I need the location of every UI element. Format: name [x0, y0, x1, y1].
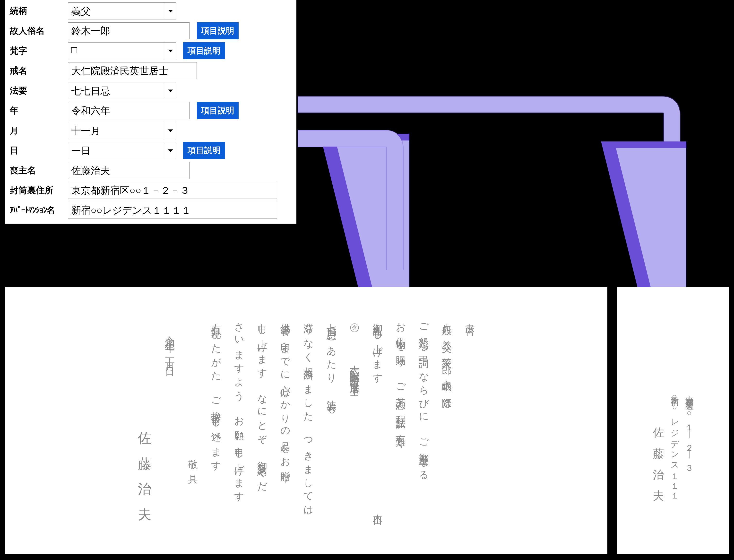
preview-letter: 肅啓 先般 義父 鈴木一郎 永眠の際は ご懇篤な弔詞 ならびに ご鄭重なる お供… — [5, 287, 607, 554]
select-bonji[interactable]: □ — [68, 42, 176, 59]
input-apartment[interactable] — [68, 202, 277, 219]
letter-line-5b: 本日 — [372, 507, 383, 511]
label-year: 年 — [10, 105, 68, 117]
preview-envelope: 東京都新宿区○○１│２│３ 新宿○○レジデンス１１１ 佐 藤 治 夫 — [617, 287, 729, 554]
chevron-down-icon — [165, 82, 176, 99]
select-month[interactable]: 十一月 — [68, 122, 176, 139]
letter-line-5: 御礼申し上げます本日 — [372, 316, 382, 539]
help-button-bonji[interactable]: 項目説明 — [183, 42, 225, 59]
label-month: 月 — [10, 125, 68, 137]
help-button-day[interactable]: 項目説明 — [183, 142, 225, 159]
select-houyou[interactable]: 七七日忌 — [68, 82, 176, 99]
letter-line-11: さいますよう お願い申し上げます — [234, 316, 244, 539]
chevron-down-icon — [165, 122, 176, 139]
row-bonji: 梵字 □ 項目説明 — [10, 42, 292, 59]
label-bonji: 梵字 — [10, 45, 68, 57]
row-address: 封筒裏住所 — [10, 182, 292, 199]
name-text: 佐 藤 治 夫 — [137, 421, 152, 502]
select-bonji-value: □ — [68, 42, 165, 59]
envelope-name: 佐 藤 治 夫 — [653, 389, 664, 544]
letter-kaimyo: 大仁院殿済民英世居士 — [349, 358, 360, 382]
envelope-address-1: 東京都新宿区○○１│２│３ — [685, 389, 693, 544]
select-day-value: 一日 — [68, 142, 165, 159]
row-houyou: 法要 七七日忌 — [10, 82, 292, 99]
letter-line-5a: 御礼申し上げます — [372, 316, 383, 380]
label-apartment: ｱﾊﾟｰﾄﾏﾝｼｮﾝ名 — [10, 205, 68, 216]
envelope-address-2: 新宿○○レジデンス１１１ — [670, 389, 679, 544]
label-relation: 続柄 — [10, 5, 68, 17]
row-year: 年 項目説明 — [10, 102, 292, 119]
letter-line-3: ご懇篤な弔詞 ならびに ご鄭重なる — [418, 316, 428, 539]
row-day: 日 一日 項目説明 — [10, 142, 292, 159]
date-text: 令和七年 十一月一日 — [164, 328, 175, 362]
input-address[interactable] — [68, 182, 277, 199]
form-panel: 続柄 義父 故人俗名 項目説明 梵字 □ 項目説明 戒名 法要 七七日忌 年 項… — [5, 0, 297, 224]
letter-sender-name: 佐 藤 治 夫 — [138, 316, 151, 539]
letter-line-2: 先般 義父 鈴木一郎 永眠の際は — [442, 316, 451, 539]
envelope-name-text: 佐 藤 治 夫 — [652, 418, 665, 486]
label-houyou: 法要 — [10, 85, 68, 97]
input-moshu[interactable] — [68, 162, 190, 179]
letter-line-7: 七七日忌にあたり 法要も — [326, 316, 336, 539]
letter-line-1: 肅啓 — [465, 316, 474, 539]
letter-line-10: 申し上げます なにとぞ 御受納くだ — [257, 316, 267, 539]
input-deceased[interactable] — [68, 22, 190, 39]
label-deceased: 故人俗名 — [10, 25, 68, 37]
input-year[interactable] — [68, 102, 190, 119]
arrow-to-letter — [298, 126, 409, 287]
help-button-year[interactable]: 項目説明 — [197, 102, 239, 119]
select-day[interactable]: 一日 — [68, 142, 176, 159]
select-houyou-value: 七七日忌 — [68, 82, 165, 99]
help-button-deceased[interactable]: 項目説明 — [197, 22, 239, 39]
chevron-down-icon — [165, 42, 176, 59]
chevron-down-icon — [165, 142, 176, 159]
row-apartment: ｱﾊﾟｰﾄﾏﾝｼｮﾝ名 — [10, 202, 292, 219]
row-deceased: 故人俗名 項目説明 — [10, 22, 292, 39]
select-relation[interactable]: 義父 — [68, 2, 176, 19]
letter-bonji: ㋟ — [349, 316, 360, 319]
input-kaimyo[interactable] — [68, 62, 197, 79]
select-month-value: 十一月 — [68, 122, 165, 139]
letter-line-6: ㋟大仁院殿済民英世居士 — [350, 316, 359, 539]
label-day: 日 — [10, 145, 68, 157]
label-moshu: 喪主名 — [10, 165, 68, 176]
letter-line-8: 滞りなく相済みました つきましては — [303, 316, 313, 539]
row-moshu: 喪主名 — [10, 162, 292, 179]
row-month: 月 十一月 — [10, 122, 292, 139]
label-address: 封筒裏住所 — [10, 184, 68, 196]
label-kaimyo: 戒名 — [10, 65, 68, 77]
keigu-text: 敬 具 — [187, 452, 198, 469]
letter-keigu: 敬 具 — [188, 316, 198, 539]
letter-line-9: 供養の印までに心ばかりの品をお贈り — [280, 316, 290, 539]
letter-date: 令和七年 十一月一日 — [165, 316, 175, 539]
row-kaimyo: 戒名 — [10, 62, 292, 79]
arrow-to-envelope — [298, 92, 686, 287]
select-relation-value: 義父 — [68, 2, 165, 19]
chevron-down-icon — [165, 2, 176, 19]
letter-line-4: お供物を賜り ご芳志の程誠に有難く — [395, 316, 405, 539]
row-relation: 続柄 義父 — [10, 2, 292, 19]
letter-line-12: 右御礼かたがた ご挨拶申し述べます — [211, 316, 221, 539]
